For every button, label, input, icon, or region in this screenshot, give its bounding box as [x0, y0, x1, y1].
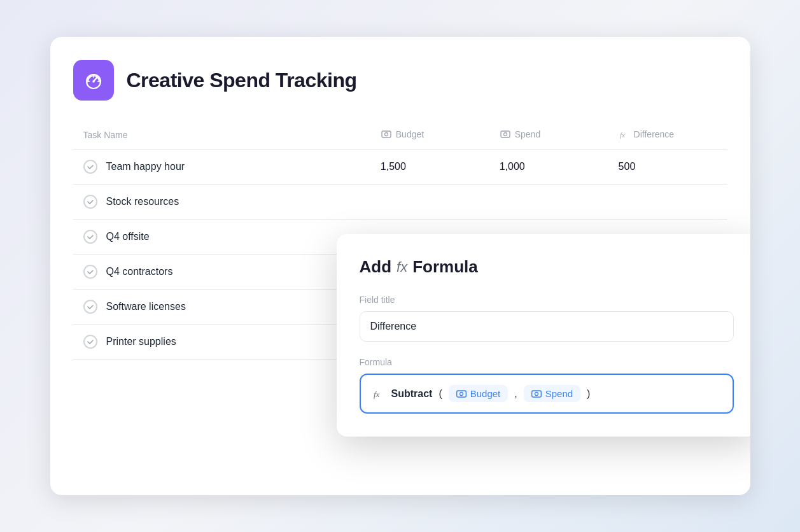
- fx-icon-header: fx: [619, 129, 630, 140]
- table-row: Team happy hour 1,500 1,000 500: [73, 150, 727, 185]
- svg-rect-14: [531, 391, 541, 397]
- budget-cell: 1,500: [370, 150, 489, 185]
- check-icon: [83, 160, 97, 174]
- svg-point-2: [92, 80, 95, 83]
- col-header-task: Task Name: [73, 121, 370, 150]
- check-icon: [83, 300, 97, 314]
- col-header-budget: Budget: [370, 121, 489, 150]
- task-cell: Team happy hour: [73, 150, 370, 185]
- col-header-difference: fx Difference: [608, 121, 727, 150]
- formula-popup: Add fx Formula Field title Formula fx Su…: [337, 234, 750, 437]
- currency-icon-spend: [500, 129, 511, 140]
- svg-rect-8: [501, 131, 510, 137]
- field-title-label: Field title: [360, 295, 734, 305]
- spend-cell: [489, 185, 608, 220]
- formula-box: fx Subtract ( Budget ,: [360, 374, 734, 414]
- check-icon: [83, 335, 97, 349]
- formula-arg2-chip[interactable]: Spend: [524, 385, 580, 402]
- formula-paren-close: ): [587, 388, 590, 400]
- svg-text:fx: fx: [374, 389, 380, 399]
- page-title: Creative Spend Tracking: [127, 69, 357, 92]
- app-header: Creative Spend Tracking: [73, 60, 727, 101]
- difference-cell: [608, 185, 727, 220]
- currency-icon-budget: [381, 129, 392, 140]
- svg-rect-6: [382, 131, 391, 137]
- formula-paren-open: (: [439, 388, 442, 400]
- formula-arg1-chip[interactable]: Budget: [449, 385, 509, 402]
- formula-comma: ,: [514, 388, 517, 400]
- currency-icon-arg2: [531, 389, 542, 399]
- currency-icon-arg1: [456, 389, 467, 399]
- table-header: Task Name Budget: [73, 121, 727, 150]
- formula-label: Formula: [360, 357, 734, 367]
- spend-cell: 1,000: [489, 150, 608, 185]
- svg-text:fx: fx: [620, 131, 625, 139]
- task-cell: Q4 contractors: [73, 255, 370, 290]
- field-title-input[interactable]: [360, 311, 734, 342]
- formula-function: Subtract: [391, 388, 433, 400]
- budget-cell: [370, 185, 489, 220]
- check-icon: [83, 195, 97, 209]
- check-icon: [83, 230, 97, 244]
- svg-point-15: [535, 392, 538, 395]
- app-icon: [73, 60, 114, 101]
- task-cell: Stock resources: [73, 185, 370, 220]
- task-cell: Printer supplies: [73, 325, 370, 360]
- check-icon: [83, 265, 97, 279]
- svg-point-7: [384, 133, 388, 136]
- main-card: Creative Spend Tracking Task Name: [50, 37, 750, 495]
- svg-point-9: [503, 133, 507, 136]
- svg-point-13: [460, 392, 463, 395]
- table-row: Stock resources: [73, 185, 727, 220]
- difference-cell: 500: [608, 150, 727, 185]
- svg-rect-12: [456, 391, 466, 397]
- popup-title: Add fx Formula: [360, 257, 734, 277]
- formula-fx-icon: fx: [374, 389, 385, 399]
- task-cell: Q4 offsite: [73, 220, 370, 255]
- col-header-spend: Spend: [489, 121, 608, 150]
- task-cell: Software licenses: [73, 290, 370, 325]
